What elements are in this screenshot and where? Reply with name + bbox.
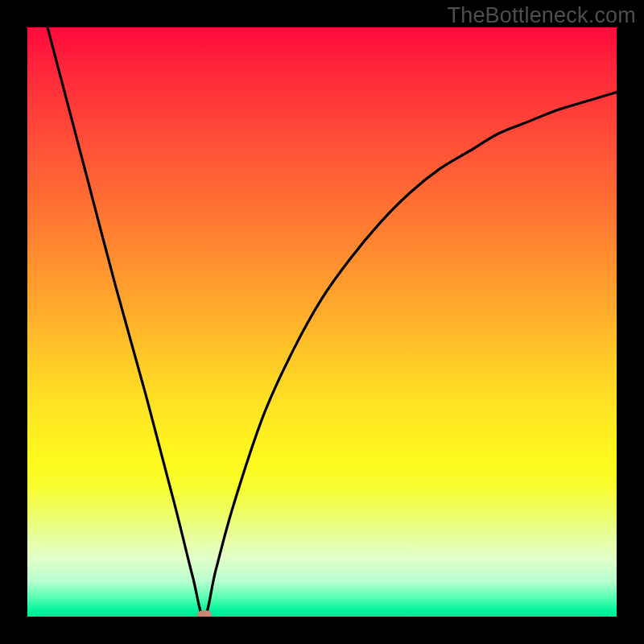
watermark-text: TheBottleneck.com	[447, 3, 636, 28]
curve-svg	[27, 27, 617, 617]
bottleneck-curve	[27, 27, 617, 617]
chart-frame: TheBottleneck.com	[0, 0, 644, 644]
bottleneck-marker-icon	[197, 610, 212, 617]
plot-area	[27, 27, 617, 617]
